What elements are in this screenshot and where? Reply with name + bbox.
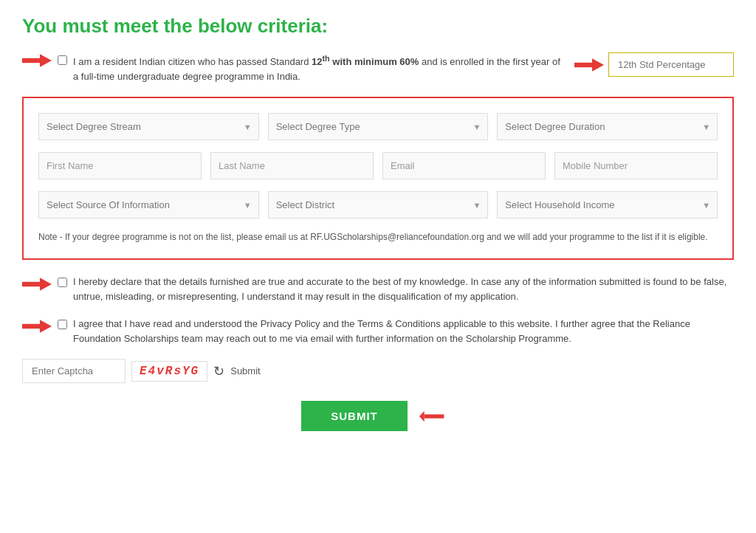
std-percentage-wrapper [574, 52, 734, 77]
district-select[interactable]: Select District [268, 191, 489, 219]
degree-type-wrapper: Select Degree Type ▼ [268, 113, 489, 140]
degree-stream-wrapper: Select Degree Stream ▼ [38, 113, 259, 140]
std-percentage-input[interactable] [608, 52, 734, 77]
form-row-3: Select Source Of Information ▼ Select Di… [38, 191, 718, 219]
captcha-submit-label: Submit [230, 365, 260, 376]
svg-rect-6 [22, 324, 41, 329]
svg-rect-8 [424, 414, 444, 418]
svg-rect-0 [22, 58, 41, 63]
form-box: Select Degree Stream ▼ Select Degree Typ… [22, 97, 734, 260]
svg-marker-5 [40, 278, 52, 292]
form-row-1: Select Degree Stream ▼ Select Degree Typ… [38, 113, 718, 140]
svg-rect-4 [22, 282, 41, 286]
degree-stream-select[interactable]: Select Degree Stream [38, 113, 259, 140]
last-name-input[interactable] [210, 152, 374, 179]
declare-text-2: I agree that I have read and understood … [73, 317, 734, 345]
captcha-refresh-icon[interactable]: ↻ [213, 363, 224, 379]
arrow-icon-5 [419, 408, 449, 424]
svg-marker-9 [419, 410, 425, 422]
declare-row-2: I agree that I have read and understood … [22, 317, 734, 345]
criteria-1-text: I am a resident Indian citizen who has p… [73, 52, 566, 83]
svg-marker-7 [40, 320, 52, 334]
form-note: Note - If your degree programme is not o… [38, 230, 718, 244]
captcha-input[interactable] [22, 359, 126, 383]
svg-rect-2 [574, 62, 594, 66]
declare-row-1: I hereby declare that the details furnis… [22, 275, 734, 303]
household-income-select[interactable]: Select Household Income [497, 191, 718, 219]
declare-checkbox-2[interactable] [58, 320, 67, 329]
captcha-row: E4vRsYG ↻ Submit [22, 359, 734, 383]
form-row-2 [38, 152, 718, 179]
criteria-checkbox-1[interactable] [58, 55, 67, 65]
page-title: You must meet the below criteria: [22, 15, 734, 38]
household-income-wrapper: Select Household Income ▼ [497, 191, 718, 219]
declare-checkbox-1[interactable] [58, 278, 67, 287]
degree-duration-wrapper: Select Degree Duration ▼ [497, 113, 718, 140]
submit-row: SUBMIT [22, 401, 734, 431]
arrow-icon-4 [22, 318, 52, 334]
district-wrapper: Select District ▼ [268, 191, 489, 219]
mobile-input[interactable] [554, 152, 718, 179]
degree-duration-select[interactable]: Select Degree Duration [497, 113, 718, 140]
arrow-icon-3 [22, 276, 52, 292]
arrow-icon-1 [22, 52, 52, 69]
source-info-select[interactable]: Select Source Of Information [38, 191, 259, 219]
svg-marker-1 [40, 54, 52, 67]
degree-type-select[interactable]: Select Degree Type [268, 113, 489, 140]
criteria-row-1: I am a resident Indian citizen who has p… [22, 52, 734, 83]
first-name-input[interactable] [38, 152, 202, 179]
declare-text-1: I hereby declare that the details furnis… [73, 275, 734, 303]
svg-marker-3 [592, 58, 604, 72]
source-info-wrapper: Select Source Of Information ▼ [38, 191, 259, 219]
arrow-icon-2 [574, 57, 604, 73]
captcha-image: E4vRsYG [131, 361, 207, 382]
email-input[interactable] [382, 152, 546, 179]
submit-button[interactable]: SUBMIT [301, 401, 408, 431]
